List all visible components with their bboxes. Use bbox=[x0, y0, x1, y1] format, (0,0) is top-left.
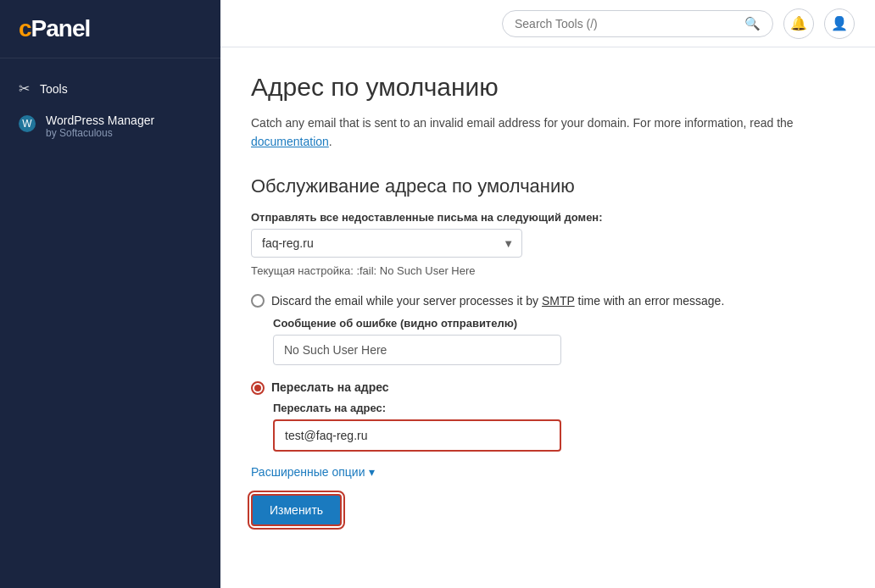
search-box: 🔍 bbox=[502, 10, 773, 37]
user-icon: 👤 bbox=[831, 15, 848, 31]
advanced-options-row: Расширенные опции ▾ bbox=[251, 452, 844, 494]
current-setting-value: :fail: No Such User Here bbox=[356, 264, 475, 277]
sidebar-nav: ✂ Tools W WordPress Manager by Softaculo… bbox=[0, 58, 220, 161]
documentation-link[interactable]: documentation bbox=[251, 135, 329, 148]
bell-icon: 🔔 bbox=[790, 15, 807, 31]
sidebar: cPanel ✂ Tools W WordPress Manager by So… bbox=[0, 0, 220, 588]
domain-label: Отправлять все недоставленные письма на … bbox=[251, 211, 844, 224]
radio-discard-label: Discard the email while your server proc… bbox=[271, 292, 724, 310]
radio-discard-text: Discard the email while your server proc… bbox=[271, 294, 542, 308]
error-msg-input[interactable] bbox=[273, 335, 561, 365]
cpanel-logo-text: cPanel bbox=[19, 15, 202, 42]
radio-forward-button[interactable] bbox=[251, 381, 265, 395]
radio-discard-button[interactable] bbox=[251, 294, 265, 308]
user-button[interactable]: 👤 bbox=[824, 8, 855, 39]
search-icon: 🔍 bbox=[744, 16, 761, 31]
content-area: Адрес по умолчанию Catch any email that … bbox=[220, 47, 875, 588]
advanced-options-link[interactable]: Расширенные опции ▾ bbox=[251, 465, 375, 479]
sidebar-logo: cPanel bbox=[0, 0, 220, 58]
search-input[interactable] bbox=[515, 17, 738, 31]
submit-button[interactable]: Изменить bbox=[251, 494, 342, 526]
page-desc-end: . bbox=[329, 135, 332, 148]
sidebar-item-tools[interactable]: ✂ Tools bbox=[0, 72, 220, 105]
header: 🔍 🔔 👤 bbox=[220, 0, 875, 47]
current-setting: Текущая настройка: :fail: No Such User H… bbox=[251, 264, 844, 277]
advanced-options-label: Расширенные опции bbox=[251, 465, 365, 479]
radio-discard-group: Discard the email while your server proc… bbox=[251, 292, 844, 365]
sidebar-item-wordpress[interactable]: W WordPress Manager by Softaculous bbox=[0, 105, 220, 147]
radio-forward-label: Переслать на адрес bbox=[271, 380, 389, 394]
current-setting-prefix: Текущая настройка: bbox=[251, 264, 356, 277]
sidebar-item-tools-label: Tools bbox=[40, 82, 68, 96]
radio-dot bbox=[254, 385, 261, 391]
tools-icon: ✂ bbox=[19, 80, 30, 97]
wordpress-label: WordPress Manager bbox=[46, 114, 154, 127]
domain-select-wrapper: faq-reg.ru ▼ bbox=[251, 229, 522, 258]
forward-address-input[interactable] bbox=[273, 419, 561, 452]
section-title: Обслуживание адреса по умолчанию bbox=[251, 175, 844, 197]
page-desc-text: Catch any email that is sent to an inval… bbox=[251, 116, 794, 130]
wordpress-sub: by Softaculous bbox=[46, 127, 154, 139]
smtp-text: SMTP bbox=[542, 294, 575, 308]
page-title: Адрес по умолчанию bbox=[251, 73, 844, 102]
forward-to-label: Переслать на адрес: bbox=[273, 402, 844, 414]
main-area: 🔍 🔔 👤 Адрес по умолчанию Catch any email… bbox=[220, 0, 875, 588]
wordpress-icon: W bbox=[19, 115, 36, 132]
chevron-small-icon: ▾ bbox=[369, 465, 375, 479]
radio-discard-row: Discard the email while your server proc… bbox=[251, 292, 844, 310]
notifications-button[interactable]: 🔔 bbox=[783, 8, 814, 39]
radio1-end: time with an error message. bbox=[575, 294, 725, 308]
error-msg-label: Сообщение об ошибке (видно отправителю) bbox=[273, 317, 844, 330]
domain-select[interactable]: faq-reg.ru bbox=[251, 229, 522, 258]
radio-forward-row: Переслать на адрес bbox=[251, 380, 844, 395]
wordpress-text: WordPress Manager by Softaculous bbox=[46, 114, 154, 139]
page-description: Catch any email that is sent to an inval… bbox=[251, 114, 844, 152]
